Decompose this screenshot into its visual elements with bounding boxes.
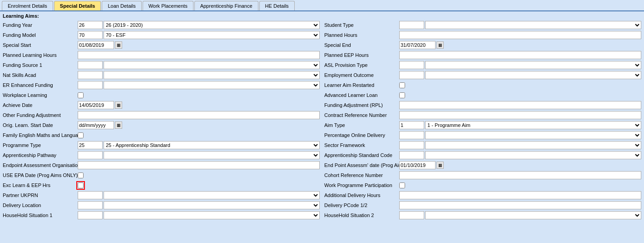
field-group bbox=[78, 161, 320, 169]
date-input[interactable] bbox=[78, 101, 114, 109]
calendar-button[interactable]: ▦ bbox=[436, 41, 444, 49]
calendar-button[interactable]: ▦ bbox=[436, 162, 444, 169]
field-group: ▦ bbox=[78, 121, 320, 129]
short-input[interactable] bbox=[399, 121, 424, 129]
checkbox-input[interactable] bbox=[78, 92, 84, 98]
field-label: Achieve Date bbox=[3, 102, 78, 108]
dropdown-select[interactable] bbox=[104, 81, 320, 89]
field-group bbox=[399, 141, 641, 149]
long-input[interactable] bbox=[78, 111, 320, 119]
checkbox-red-input[interactable] bbox=[78, 182, 84, 188]
field-label: Partner UKPRN bbox=[3, 192, 78, 198]
long-input[interactable] bbox=[399, 101, 641, 109]
short-input[interactable] bbox=[399, 141, 424, 149]
field-group bbox=[78, 111, 320, 119]
checkbox-input[interactable] bbox=[399, 182, 405, 188]
short-input[interactable] bbox=[399, 211, 424, 219]
tab-apprenticeship-finance[interactable]: Apprenticeship Finance bbox=[194, 1, 258, 10]
form-row: Cohort Reference Number bbox=[324, 171, 641, 180]
form-row: Employment Outcome bbox=[324, 71, 641, 80]
dropdown-select[interactable] bbox=[425, 211, 641, 219]
calendar-button[interactable]: ▦ bbox=[115, 41, 122, 49]
long-input[interactable] bbox=[78, 51, 320, 59]
calendar-button[interactable]: ▦ bbox=[115, 101, 122, 109]
short-input[interactable] bbox=[78, 21, 103, 29]
dropdown-select[interactable]: 70 - ESF bbox=[104, 31, 320, 39]
right-column: Student TypePlanned HoursSpecial End▦Pla… bbox=[324, 20, 641, 221]
form-row: Funding Source 1 bbox=[3, 61, 320, 70]
checkbox-input[interactable] bbox=[399, 82, 405, 88]
form-row: USE EPA Date (Prog Aims ONLY) bbox=[3, 171, 320, 180]
dropdown-select[interactable] bbox=[104, 211, 320, 219]
form-row: ER Enhanced Funding bbox=[3, 81, 320, 90]
field-group: ▦ bbox=[78, 41, 320, 49]
dropdown-select[interactable] bbox=[425, 141, 641, 149]
short-input[interactable] bbox=[78, 201, 103, 209]
dropdown-select[interactable]: 26 (2019 - 2020) bbox=[104, 21, 320, 29]
checkbox-input[interactable] bbox=[399, 92, 405, 98]
dropdown-select[interactable] bbox=[425, 71, 641, 79]
long-input[interactable] bbox=[399, 51, 641, 59]
field-group: 70 - ESF bbox=[78, 31, 320, 39]
field-label: Planned Learning Hours bbox=[3, 52, 78, 58]
short-input[interactable] bbox=[78, 141, 103, 149]
short-input[interactable] bbox=[399, 21, 424, 29]
tab-work-placements[interactable]: Work Placements bbox=[143, 1, 193, 10]
field-label: Workplace Learning bbox=[3, 92, 78, 98]
field-label: Planned Hours bbox=[324, 32, 399, 38]
form-row: Delivery PCode 1/2 bbox=[324, 201, 641, 210]
dropdown-select[interactable] bbox=[104, 151, 320, 159]
date-input[interactable] bbox=[399, 41, 436, 49]
form-row: Workplace Learning bbox=[3, 91, 320, 100]
date-input[interactable] bbox=[78, 121, 114, 129]
dropdown-select[interactable] bbox=[425, 151, 641, 159]
field-group bbox=[399, 61, 641, 69]
short-input[interactable] bbox=[399, 61, 424, 69]
long-input[interactable] bbox=[399, 201, 641, 209]
field-label: USE EPA Date (Prog Aims ONLY) bbox=[3, 172, 78, 178]
short-input[interactable] bbox=[399, 131, 424, 139]
form-row: ASL Provision Type bbox=[324, 61, 641, 70]
tab-special-details[interactable]: Special Details bbox=[54, 1, 101, 10]
dropdown-select[interactable] bbox=[104, 201, 320, 209]
date-input[interactable] bbox=[78, 41, 114, 49]
form-row: Advanced Learner Loan bbox=[324, 91, 641, 100]
long-input[interactable] bbox=[399, 31, 641, 39]
dropdown-select[interactable] bbox=[425, 21, 641, 29]
dropdown-select[interactable]: 25 - Apprenticeship Standard bbox=[104, 141, 320, 149]
tab-enrolment-details[interactable]: Enrolment Details bbox=[2, 1, 53, 10]
dropdown-select[interactable] bbox=[104, 61, 320, 69]
date-input[interactable] bbox=[399, 161, 436, 169]
short-input[interactable] bbox=[78, 151, 103, 159]
short-input[interactable] bbox=[399, 71, 424, 79]
short-input[interactable] bbox=[78, 211, 103, 219]
calendar-button[interactable]: ▦ bbox=[115, 122, 122, 129]
field-label: Additional Delivery Hours bbox=[324, 192, 399, 198]
short-input[interactable] bbox=[399, 151, 424, 159]
form-row: Apprenticeship Standard Code bbox=[324, 151, 641, 160]
field-label: Special End bbox=[324, 42, 399, 48]
dropdown-select[interactable] bbox=[425, 131, 641, 139]
form-grid: Funding Year26 (2019 - 2020)Funding Mode… bbox=[3, 20, 641, 221]
short-input[interactable] bbox=[78, 61, 103, 69]
long-input[interactable] bbox=[78, 161, 320, 169]
checkbox-input[interactable] bbox=[78, 132, 84, 138]
checkbox-input[interactable] bbox=[78, 172, 84, 178]
dropdown-select[interactable]: 1 - Programme Aim bbox=[425, 121, 641, 129]
tab-he-details[interactable]: HE Details bbox=[259, 1, 295, 10]
tab-loan-details[interactable]: Loan Details bbox=[102, 1, 141, 10]
short-input[interactable] bbox=[78, 81, 103, 89]
dropdown-select[interactable] bbox=[104, 71, 320, 79]
main-content: Learning Aims: Funding Year26 (2019 - 20… bbox=[0, 11, 644, 223]
field-group bbox=[399, 191, 641, 199]
short-input[interactable] bbox=[78, 71, 103, 79]
dropdown-select[interactable] bbox=[425, 61, 641, 69]
field-label: Special Start bbox=[3, 42, 78, 48]
field-label: Learner Aim Restarted bbox=[324, 82, 399, 88]
long-input[interactable] bbox=[399, 171, 641, 179]
short-input[interactable] bbox=[78, 31, 103, 39]
long-input[interactable] bbox=[399, 191, 641, 199]
dropdown-select[interactable] bbox=[104, 191, 320, 199]
short-input[interactable] bbox=[78, 191, 103, 199]
long-input[interactable] bbox=[399, 111, 641, 119]
